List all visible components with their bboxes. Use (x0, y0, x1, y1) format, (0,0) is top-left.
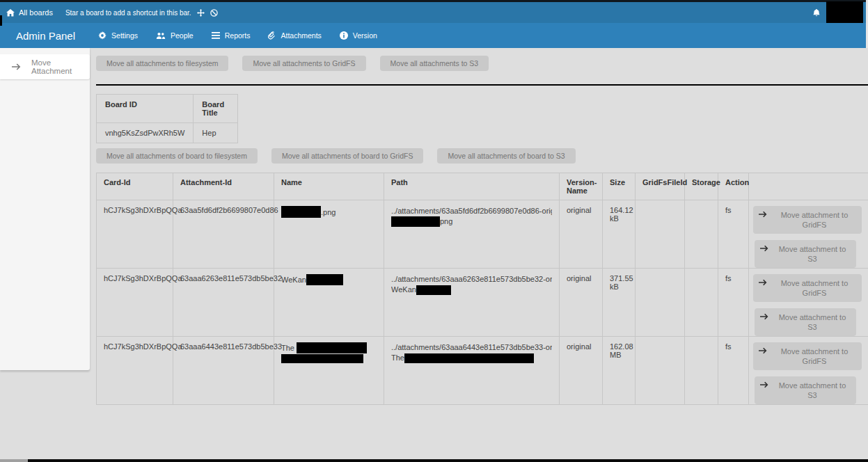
name-cell: WeKan (274, 269, 384, 337)
move-all-to-gridfs-button[interactable]: Move all attachments to GridFS (242, 56, 365, 71)
col-gridfsfileid: GridFsFileId (636, 173, 685, 200)
board-id-cell: vnhg5KsZsdPwXRh5W (97, 123, 194, 143)
tab-label: Attachments (281, 31, 321, 40)
tab-label: Version (353, 31, 377, 40)
user-avatar-redacted[interactable] (826, 1, 863, 23)
move-board-to-filesystem-button[interactable]: Move all attachments of board to filesys… (96, 148, 258, 164)
tab-attachments[interactable]: Attachments (268, 31, 321, 40)
tab-settings[interactable]: Settings (98, 31, 138, 40)
gridfsfileid-cell (636, 269, 685, 337)
board-title-header: Board Title (194, 95, 238, 123)
attachments-header-row: Card-Id Attachment-Id Name Path Version-… (97, 173, 868, 200)
board-title-cell: Hep (194, 123, 238, 143)
version-name-cell: original (560, 269, 603, 337)
col-action: Action (718, 173, 749, 200)
ban-icon[interactable] (210, 9, 218, 17)
arrow-right-icon (759, 279, 767, 286)
page-title: Admin Panel (0, 30, 75, 42)
move-attachment-to-gridfs-button[interactable]: Move attachment to GridFS (753, 274, 862, 302)
redacted-path (391, 216, 440, 227)
gear-icon (98, 31, 106, 40)
paperclip-icon (268, 31, 276, 40)
col-card-id: Card-Id (97, 173, 173, 200)
size-cell: 371.55 kB (603, 269, 636, 337)
tab-version[interactable]: Version (340, 31, 377, 40)
arrow-right-icon (12, 63, 21, 70)
version-name-cell: original (560, 337, 603, 405)
col-name: Name (274, 173, 384, 200)
attachment-row: hCJ7kSg3hDXrBpQQa 63aa5fd6df2b6699807e0d… (97, 200, 868, 269)
move-attachment-to-gridfs-button[interactable]: Move attachment to GridFS (753, 342, 862, 370)
path-cell: ../attachments/63aa5fd6df2b6699807e0d86-… (384, 200, 560, 269)
size-cell: 164.12 kB (603, 200, 636, 269)
move-icon[interactable] (197, 9, 205, 17)
name-cell: .png (274, 200, 384, 269)
tab-label: People (171, 31, 194, 40)
bottom-bar-gray-segment (0, 459, 28, 462)
col-version-name: Version-Name (560, 173, 603, 200)
attachment-row: hCJ7kSg3hDXrBpQQa 63aaa6443e811e573db5be… (97, 337, 868, 405)
col-size: Size (603, 173, 636, 200)
board-table-row: vnhg5KsZsdPwXRh5W Hep (97, 123, 238, 143)
tab-reports[interactable]: Reports (212, 31, 251, 40)
action-cell: fs (718, 269, 749, 337)
action-cell: fs (718, 200, 749, 269)
move-all-to-s3-button[interactable]: Move all attachments to S3 (380, 56, 489, 71)
storage-cell (685, 269, 718, 337)
card-id-cell: hCJ7kSg3hDXrBpQQa (97, 337, 173, 405)
board-table: Board ID Board Title vnhg5KsZsdPwXRh5W H… (96, 94, 238, 143)
redacted-name (306, 274, 343, 285)
redacted-name (297, 342, 367, 353)
top-navbar: All boards Star a board to add a shortcu… (0, 2, 866, 23)
col-storage: Storage (685, 173, 718, 200)
card-id-cell: hCJ7kSg3hDXrBpQQa (97, 200, 173, 269)
gridfsfileid-cell (636, 200, 685, 269)
home-icon (6, 9, 15, 17)
all-boards-link[interactable]: All boards (0, 8, 53, 17)
star-hint-bar: Star a board to add a shortcut in this b… (65, 9, 218, 17)
tab-people[interactable]: People (156, 31, 194, 40)
all-boards-label: All boards (19, 8, 53, 17)
redacted-path (416, 285, 451, 295)
card-id-cell: hCJ7kSg3hDXrBpQQa (97, 269, 173, 337)
move-attachment-to-s3-button[interactable]: Move attachment to S3 (755, 376, 856, 404)
star-hint-text: Star a board to add a shortcut in this b… (65, 9, 191, 17)
storage-cell (685, 200, 718, 269)
move-board-to-s3-button[interactable]: Move all attachments of board to S3 (437, 148, 575, 164)
size-cell: 162.08 MB (603, 337, 636, 405)
arrow-right-icon (760, 245, 768, 252)
attachment-row: hCJ7kSg3hDXrBpQQa 63aaa6263e811e573db5be… (97, 269, 868, 337)
storage-cell (685, 337, 718, 405)
redacted-path (404, 353, 534, 363)
global-buttons-row: Move all attachments to filesystem Move … (96, 56, 868, 71)
row-actions-cell: Move attachment to GridFS Move attachmen… (749, 200, 868, 269)
redacted-name (281, 206, 321, 218)
divider-rule (96, 84, 868, 86)
bottom-bar-black-segment (28, 459, 868, 462)
admin-tabs: Settings People Reports (98, 31, 377, 40)
notifications-bell-icon[interactable] (807, 8, 826, 17)
admin-navbar: Admin Panel Settings People (0, 23, 866, 48)
redacted-name (281, 354, 363, 363)
arrow-right-icon (760, 381, 768, 388)
move-attachment-to-s3-button[interactable]: Move attachment to S3 (755, 240, 856, 268)
col-path: Path (384, 173, 560, 200)
move-attachment-to-gridfs-button[interactable]: Move attachment to GridFS (753, 206, 862, 234)
tab-label: Settings (111, 31, 138, 40)
path-cell: ../attachments/63aaa6263e811e573db5be32-… (384, 269, 560, 337)
row-actions-cell: Move attachment to GridFS Move attachmen… (749, 337, 868, 405)
people-icon (156, 32, 166, 40)
move-all-to-filesystem-button[interactable]: Move all attachments to filesystem (96, 56, 228, 71)
sidebar: Move Attachment (0, 48, 90, 370)
attachments-table: Card-Id Attachment-Id Name Path Version-… (96, 173, 868, 405)
version-name-cell: original (560, 200, 603, 269)
sidebar-item-label: Move Attachment (31, 58, 90, 75)
move-board-to-gridfs-button[interactable]: Move all attachments of board to GridFS (271, 148, 424, 164)
path-cell: ../attachments/63aaa6443e811e573db5be33-… (384, 337, 560, 405)
name-cell: The (274, 337, 384, 405)
navbar-right (807, 3, 866, 23)
sidebar-item-move-attachment[interactable]: Move Attachment (0, 54, 90, 79)
info-icon (340, 31, 348, 40)
attachment-id-cell: 63aa5fd6df2b6699807e0d86 (173, 200, 274, 269)
move-attachment-to-s3-button[interactable]: Move attachment to S3 (755, 308, 856, 336)
